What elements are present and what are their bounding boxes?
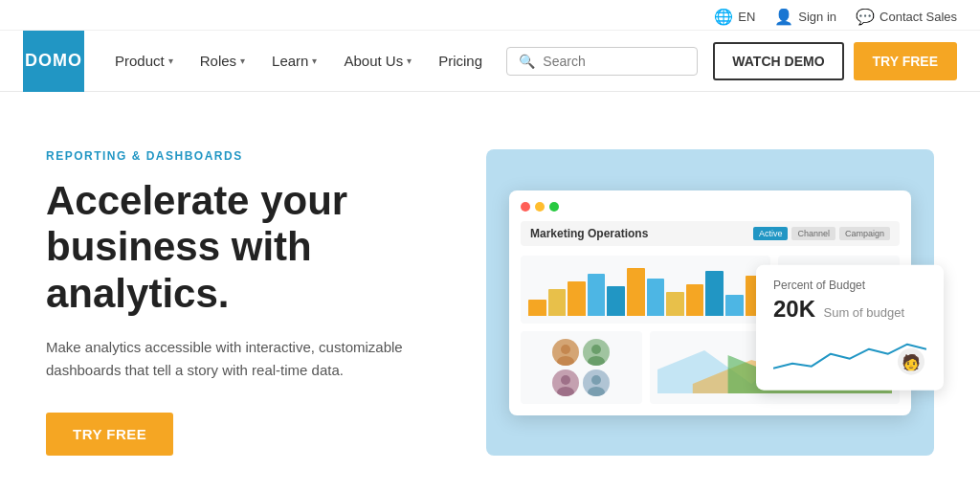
window-title: Marketing Operations bbox=[530, 227, 648, 240]
language-label: EN bbox=[738, 10, 755, 24]
logo[interactable]: DOMO bbox=[23, 31, 84, 92]
avatar bbox=[552, 369, 579, 396]
svg-point-6 bbox=[588, 356, 605, 366]
contact-sales-label: Contact Sales bbox=[880, 10, 957, 24]
svg-point-4 bbox=[557, 356, 574, 366]
nav-pricing[interactable]: Pricing bbox=[427, 45, 494, 77]
sign-in-link[interactable]: 👤 Sign in bbox=[774, 8, 836, 26]
nav-roles[interactable]: Roles ▾ bbox=[189, 45, 256, 77]
language-selector[interactable]: 🌐 EN bbox=[714, 8, 755, 26]
svg-point-7 bbox=[561, 375, 570, 385]
hero-title: Accelerate your business with analytics. bbox=[46, 178, 448, 317]
try-free-button-hero[interactable]: TRY FREE bbox=[46, 413, 173, 456]
header-top-bar: 🌐 EN 👤 Sign in 💬 Contact Sales bbox=[0, 0, 980, 31]
nav-product[interactable]: Product ▾ bbox=[103, 45, 185, 77]
svg-point-9 bbox=[591, 375, 601, 385]
tab-channel: Channel bbox=[791, 227, 835, 240]
hero-content: REPORTING & DASHBOARDS Accelerate your b… bbox=[46, 149, 448, 456]
hero-tag: REPORTING & DASHBOARDS bbox=[46, 149, 448, 163]
globe-icon: 🌐 bbox=[714, 8, 733, 26]
chevron-down-icon: ▾ bbox=[240, 56, 245, 66]
bar-chart-cell bbox=[521, 256, 770, 324]
search-icon: 🔍 bbox=[519, 54, 535, 69]
minimize-dot bbox=[535, 202, 545, 212]
hero-description: Make analytics accessible with interacti… bbox=[46, 336, 448, 382]
stats-subvalue: Sum of budget bbox=[823, 305, 904, 320]
svg-point-10 bbox=[588, 387, 605, 396]
try-free-button-nav[interactable]: TRY FREE bbox=[854, 42, 957, 80]
chevron-down-icon: ▾ bbox=[168, 56, 173, 66]
logo-text: DOMO bbox=[25, 51, 82, 71]
avatars-cell bbox=[521, 331, 642, 404]
nav-about[interactable]: About Us ▾ bbox=[332, 45, 423, 77]
chat-icon: 💬 bbox=[856, 8, 875, 26]
stats-value-row: 20K Sum of budget bbox=[773, 296, 926, 323]
hero-section: REPORTING & DASHBOARDS Accelerate your b… bbox=[0, 92, 980, 492]
person-icon: 🧑 bbox=[898, 348, 924, 375]
chevron-down-icon: ▾ bbox=[312, 56, 317, 66]
tab-active: Active bbox=[753, 227, 789, 240]
svg-point-8 bbox=[557, 387, 574, 396]
sign-in-label: Sign in bbox=[798, 10, 836, 24]
watch-demo-button[interactable]: WATCH DEMO bbox=[713, 42, 843, 80]
chevron-down-icon: ▾ bbox=[407, 56, 412, 66]
svg-point-5 bbox=[591, 345, 601, 354]
search-box[interactable]: 🔍 bbox=[506, 47, 698, 76]
svg-point-3 bbox=[561, 345, 570, 354]
maximize-dot bbox=[549, 202, 559, 212]
avatars-grid bbox=[552, 339, 610, 396]
bar-chart bbox=[528, 263, 763, 316]
stats-value: 20K bbox=[773, 296, 815, 322]
avatar bbox=[583, 339, 610, 366]
hero-illustration: Marketing Operations Active Channel Camp… bbox=[486, 149, 934, 456]
avatar bbox=[552, 339, 579, 366]
nav-items: Product ▾ Roles ▾ Learn ▾ About Us ▾ Pri… bbox=[103, 45, 506, 77]
stats-label: Percent of Budget bbox=[773, 279, 926, 292]
window-controls bbox=[521, 202, 900, 212]
tab-campaign: Campaign bbox=[839, 227, 890, 240]
nav-learn[interactable]: Learn ▾ bbox=[260, 45, 328, 77]
avatar bbox=[583, 369, 610, 396]
contact-sales-link[interactable]: 💬 Contact Sales bbox=[856, 8, 957, 26]
close-dot bbox=[521, 202, 530, 212]
user-icon: 👤 bbox=[774, 8, 793, 26]
mini-tabs: Active Channel Campaign bbox=[753, 227, 890, 240]
search-input[interactable] bbox=[543, 54, 677, 69]
window-titlebar: Marketing Operations Active Channel Camp… bbox=[521, 221, 900, 246]
nav-bar: DOMO Product ▾ Roles ▾ Learn ▾ About Us … bbox=[0, 31, 980, 92]
stats-card: Percent of Budget 20K Sum of budget 🧑 bbox=[756, 265, 944, 391]
